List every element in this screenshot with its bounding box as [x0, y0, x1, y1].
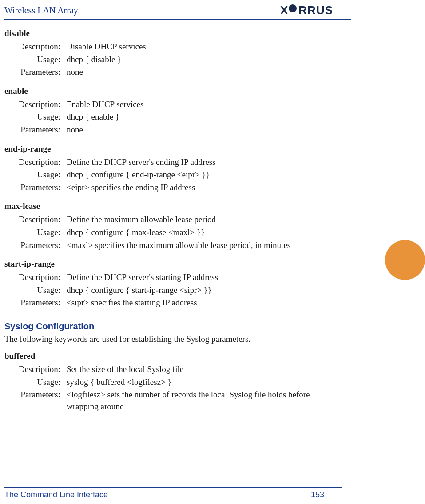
value-description: Enable DHCP services — [67, 99, 333, 111]
footer-chapter: The Command Line Interface — [4, 490, 108, 500]
command-name: buffered — [4, 351, 333, 361]
command-disable: disable Description: Disable DHCP servic… — [4, 28, 333, 78]
label-description: Description: — [4, 272, 67, 284]
value-description: Define the DHCP server's ending IP addre… — [67, 156, 333, 168]
label-description: Description: — [4, 99, 67, 111]
value-parameters: none — [67, 124, 333, 136]
page-footer: The Command Line Interface 153 — [4, 487, 342, 500]
label-parameters: Parameters: — [4, 240, 67, 252]
label-parameters: Parameters: — [4, 389, 67, 412]
footer-page-number: 153 — [311, 490, 324, 500]
command-end-ip-range: end-ip-range Description: Define the DHC… — [4, 144, 333, 194]
header-title: Wireless LAN Array — [4, 5, 78, 16]
logo-text: RRUS — [298, 4, 333, 17]
value-parameters: <eipr> specifies the ending IP address — [67, 182, 333, 194]
value-usage: dhcp { configure { max-lease <maxl> }} — [67, 227, 333, 239]
value-description: Disable DHCP services — [67, 41, 333, 53]
value-usage: dhcp { configure { start-ip-range <sipr>… — [67, 284, 333, 296]
page-content: disable Description: Disable DHCP servic… — [4, 28, 351, 412]
tab-marker-icon — [385, 240, 425, 280]
logo-dot-icon — [289, 4, 297, 12]
value-description: Set the size of the local Syslog file — [67, 364, 333, 376]
value-description: Define the maximum allowable lease perio… — [67, 214, 333, 226]
value-usage: dhcp { disable } — [67, 54, 333, 66]
value-usage: dhcp { enable } — [67, 111, 333, 123]
label-description: Description: — [4, 41, 67, 53]
label-parameters: Parameters: — [4, 66, 67, 78]
command-max-lease: max-lease Description: Define the maximu… — [4, 201, 333, 251]
section-intro: The following keywords are used for esta… — [4, 334, 333, 344]
label-usage: Usage: — [4, 54, 67, 66]
command-start-ip-range: start-ip-range Description: Define the D… — [4, 259, 333, 309]
logo: X RRUS — [280, 4, 333, 17]
label-usage: Usage: — [4, 111, 67, 123]
label-usage: Usage: — [4, 227, 67, 239]
section-heading-syslog: Syslog Configuration — [4, 321, 333, 332]
command-name: end-ip-range — [4, 144, 333, 154]
command-name: max-lease — [4, 201, 333, 211]
label-parameters: Parameters: — [4, 124, 67, 136]
command-name: enable — [4, 86, 333, 96]
value-description: Define the DHCP server's starting IP add… — [67, 272, 333, 284]
value-parameters: <sipr> specifies the starting IP address — [67, 297, 333, 309]
value-parameters: none — [67, 66, 333, 78]
command-name: disable — [4, 28, 333, 38]
label-parameters: Parameters: — [4, 297, 67, 309]
value-usage: syslog { buffered <logfilesz> } — [67, 376, 333, 388]
label-description: Description: — [4, 156, 67, 168]
label-description: Description: — [4, 214, 67, 226]
label-usage: Usage: — [4, 169, 67, 181]
label-usage: Usage: — [4, 284, 67, 296]
command-buffered: buffered Description: Set the size of th… — [4, 351, 333, 412]
command-name: start-ip-range — [4, 259, 333, 269]
label-description: Description: — [4, 364, 67, 376]
value-parameters: <logfilesz> sets the number of records t… — [67, 389, 333, 412]
label-usage: Usage: — [4, 376, 67, 388]
value-usage: dhcp { configure { end-ip-range <eipr> }… — [67, 169, 333, 181]
value-parameters: <maxl> specifies the maximum allowable l… — [67, 240, 333, 252]
label-parameters: Parameters: — [4, 182, 67, 194]
command-enable: enable Description: Enable DHCP services… — [4, 86, 333, 136]
page-header: Wireless LAN Array X RRUS — [4, 4, 351, 20]
